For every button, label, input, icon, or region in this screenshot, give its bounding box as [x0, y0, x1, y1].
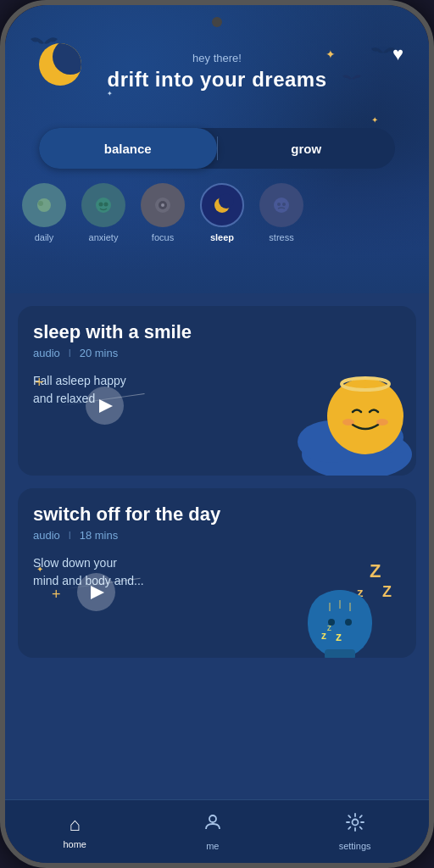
- card-switch-off: switch off for the day audio I 18 mins ✦…: [18, 488, 416, 658]
- main-title: drift into your dreams: [5, 68, 429, 92]
- svg-point-12: [277, 203, 281, 206]
- sleep-label: sleep: [210, 232, 234, 242]
- stress-icon: [259, 183, 303, 227]
- svg-text:z: z: [321, 630, 326, 642]
- content-area: sleep with a smile audio I 20 mins + Fal…: [5, 293, 429, 863]
- svg-point-13: [282, 203, 286, 206]
- star-deco-card2: ✦: [36, 565, 43, 574]
- svg-point-2: [96, 198, 111, 213]
- card2-illustration: Z Z z z z: [272, 539, 416, 658]
- daily-label: daily: [35, 232, 54, 242]
- svg-point-10: [219, 193, 234, 209]
- category-sleep[interactable]: sleep: [200, 183, 244, 242]
- greeting-text: hey there!: [5, 52, 429, 64]
- plus-deco-2: +: [52, 586, 61, 604]
- settings-icon: [345, 812, 365, 837]
- focus-label: focus: [152, 232, 174, 242]
- svg-point-3: [99, 203, 103, 207]
- svg-point-28: [345, 619, 352, 626]
- play-button-2[interactable]: [77, 573, 115, 611]
- home-icon: ⌂: [70, 814, 81, 836]
- anxiety-label: anxiety: [89, 232, 119, 242]
- svg-text:z: z: [336, 630, 342, 643]
- category-anxiety[interactable]: anxiety: [81, 183, 125, 242]
- grow-tab[interactable]: grow: [218, 128, 396, 169]
- svg-text:Z: Z: [370, 560, 381, 581]
- bottom-nav: ⌂ home me settin: [5, 799, 429, 863]
- stress-label: stress: [269, 232, 293, 242]
- svg-point-20: [376, 419, 388, 426]
- me-icon: [203, 812, 223, 837]
- svg-point-1: [38, 201, 43, 206]
- phone-shell: ✦ ✦ ✦ ♥ hey there! drift into your dream…: [0, 0, 434, 868]
- settings-label: settings: [339, 841, 371, 851]
- category-row: daily anxiety: [5, 183, 429, 242]
- svg-point-36: [352, 820, 358, 826]
- card2-title: switch off for the day: [33, 504, 401, 526]
- screen: ✦ ✦ ✦ ♥ hey there! drift into your dream…: [5, 5, 429, 863]
- svg-text:Z: Z: [382, 583, 392, 600]
- svg-point-4: [104, 203, 108, 207]
- card2-description: Slow down your mind and body and...: [33, 554, 236, 590]
- nav-settings[interactable]: settings: [339, 812, 371, 851]
- card1-illustration: [272, 348, 416, 476]
- play-button-1[interactable]: [86, 387, 124, 425]
- svg-point-19: [342, 419, 354, 426]
- category-daily[interactable]: daily: [22, 183, 66, 242]
- svg-point-35: [209, 815, 216, 822]
- home-label: home: [63, 839, 86, 849]
- focus-icon: [141, 183, 185, 227]
- heart-icon[interactable]: ♥: [392, 43, 403, 65]
- category-focus[interactable]: focus: [141, 183, 185, 242]
- plus-deco-1: +: [35, 374, 44, 392]
- star-decoration-3: ✦: [371, 115, 378, 125]
- nav-home[interactable]: ⌂ home: [63, 814, 86, 849]
- card1-title: sleep with a smile: [33, 321, 401, 343]
- svg-point-11: [274, 198, 289, 213]
- category-stress[interactable]: stress: [259, 183, 303, 242]
- card1-description: Fall asleep happy and relaxed: [33, 372, 236, 408]
- sleep-icon: [200, 183, 244, 227]
- svg-point-7: [161, 203, 164, 207]
- card-sleep-smile: sleep with a smile audio I 20 mins + Fal…: [18, 306, 416, 476]
- daily-icon: [22, 183, 66, 227]
- balance-tab[interactable]: balance: [39, 128, 217, 169]
- nav-me[interactable]: me: [203, 812, 223, 851]
- me-label: me: [206, 841, 219, 851]
- svg-text:z: z: [327, 623, 331, 632]
- svg-rect-25: [325, 649, 355, 658]
- play-icon-1: [99, 399, 113, 413]
- play-icon-2: [91, 586, 104, 599]
- anxiety-icon: [81, 183, 125, 227]
- header: hey there! drift into your dreams: [5, 52, 429, 92]
- mode-toggle: balance grow: [39, 128, 395, 169]
